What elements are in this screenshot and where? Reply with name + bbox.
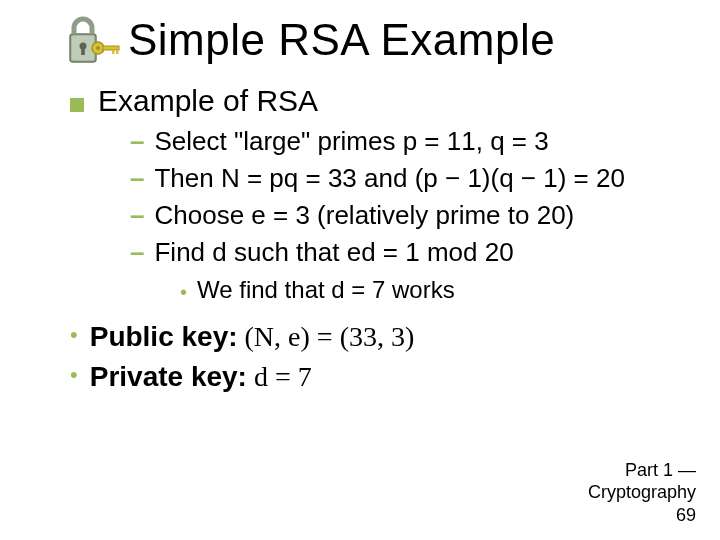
heading-text: Example of RSA bbox=[98, 84, 318, 118]
dot-bullet-icon: • bbox=[70, 318, 78, 351]
footer-page: 69 bbox=[588, 504, 696, 527]
list-item: – Select "large" primes p = 11, q = 3 bbox=[130, 124, 690, 159]
list-item: – Then N = pq = 33 and (p − 1)(q − 1) = … bbox=[130, 161, 690, 196]
heading-row: Example of RSA bbox=[70, 84, 690, 118]
privkey-label: Private key: bbox=[90, 361, 247, 392]
dot-bullet-icon: • bbox=[70, 358, 78, 391]
dash-bullet-icon: – bbox=[130, 161, 144, 196]
pubkey-label: Public key: bbox=[90, 321, 238, 352]
pubkey-line: Public key: (N, e) = (33, 3) bbox=[90, 318, 415, 356]
subnote-text: We find that d = 7 works bbox=[197, 276, 455, 304]
item-text: Then N = pq = 33 and (p − 1)(q − 1) = 20 bbox=[154, 161, 624, 196]
title-row: Simple RSA Example bbox=[30, 10, 690, 70]
dash-bullet-icon: – bbox=[130, 198, 144, 233]
list-item: – Choose e = 3 (relatively prime to 20) bbox=[130, 198, 690, 233]
footer: Part 1 — Cryptography 69 bbox=[588, 459, 696, 527]
item-text: Find d such that ed = 1 mod 20 bbox=[154, 235, 513, 270]
item-text: Select "large" primes p = 11, q = 3 bbox=[154, 124, 548, 159]
privkey-line: Private key: d = 7 bbox=[90, 358, 312, 396]
svg-rect-8 bbox=[116, 50, 119, 54]
list-item: – Find d such that ed = 1 mod 20 bbox=[130, 235, 690, 270]
dot-bullet-icon: • bbox=[180, 276, 187, 308]
square-bullet-icon bbox=[70, 98, 84, 112]
slide-title: Simple RSA Example bbox=[128, 15, 555, 65]
privkey-row: • Private key: d = 7 bbox=[70, 358, 690, 396]
svg-point-5 bbox=[96, 46, 100, 50]
privkey-value: d = 7 bbox=[247, 361, 312, 392]
pubkey-value: (N, e) = (33, 3) bbox=[238, 321, 415, 352]
pubkey-row: • Public key: (N, e) = (33, 3) bbox=[70, 318, 690, 356]
slide: Simple RSA Example Example of RSA – Sele… bbox=[0, 0, 720, 540]
content: Example of RSA – Select "large" primes p… bbox=[30, 84, 690, 396]
dash-bullet-icon: – bbox=[130, 235, 144, 270]
dash-bullet-icon: – bbox=[130, 124, 144, 159]
subnote-row: • We find that d = 7 works bbox=[180, 276, 690, 308]
item-text: Choose e = 3 (relatively prime to 20) bbox=[154, 198, 574, 233]
footer-part: Part 1 — bbox=[588, 459, 696, 482]
svg-rect-6 bbox=[103, 46, 119, 50]
svg-rect-7 bbox=[112, 50, 115, 54]
footer-topic: Cryptography bbox=[588, 481, 696, 504]
lock-key-icon bbox=[60, 10, 120, 70]
svg-rect-3 bbox=[81, 47, 85, 55]
